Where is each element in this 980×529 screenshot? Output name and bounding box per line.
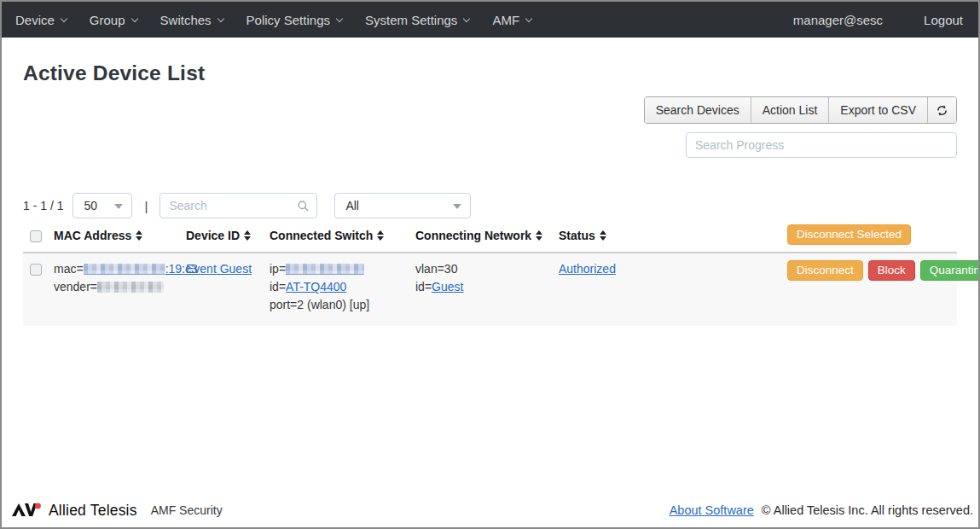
redacted-vender — [97, 282, 164, 293]
mac-address-link[interactable]: :19:c3 — [84, 262, 198, 276]
table-row: mac=:19:c3 vender= Event Guest ip= id=AT… — [23, 253, 957, 326]
main-content: Active Device List Search Devices Action… — [2, 38, 978, 500]
redacted-ip — [286, 264, 364, 275]
app-window: Device Group Switches Policy Settings Sy… — [0, 0, 980, 529]
mac-label: mac= — [54, 262, 84, 276]
logout-link[interactable]: Logout — [924, 13, 963, 27]
cell-connecting-network: vlan=30 id=Guest — [415, 260, 559, 296]
allied-telesis-logo-icon — [12, 502, 43, 519]
nav-item-group[interactable]: Group — [90, 13, 137, 27]
sort-icon — [244, 230, 251, 241]
redacted-mac — [84, 264, 165, 275]
filter-value: All — [345, 199, 359, 212]
search-progress-row — [23, 132, 957, 158]
header-label: MAC Address — [54, 229, 131, 242]
export-csv-button[interactable]: Export to CSV — [828, 97, 927, 123]
quarantine-button[interactable]: Quarantine — [920, 260, 980, 281]
separator: | — [144, 199, 148, 213]
footer: Allied Telesis AMF Security About Softwa… — [2, 500, 978, 527]
caret-down-icon — [453, 204, 461, 209]
network-id-label: id= — [415, 280, 432, 294]
ip-label: ip= — [270, 262, 286, 276]
search-devices-button[interactable]: Search Devices — [645, 97, 751, 123]
nav-item-policy-settings[interactable]: Policy Settings — [246, 13, 342, 27]
table-header-row: MAC Address Device ID Connected Switch C… — [23, 223, 957, 253]
search-icon — [297, 200, 310, 212]
switch-ip-link[interactable] — [286, 262, 364, 276]
header-connected-switch[interactable]: Connected Switch — [270, 229, 415, 242]
header-label: Device ID — [186, 229, 240, 242]
page-size-value: 50 — [84, 199, 97, 212]
copyright-text: © Allied Telesis Inc. All rights reserve… — [762, 503, 973, 517]
disconnect-button[interactable]: Disconnect — [787, 260, 863, 281]
header-device-id[interactable]: Device ID — [186, 229, 270, 242]
network-vlan: vlan=30 — [415, 260, 559, 278]
sort-icon — [136, 230, 142, 241]
refresh-icon — [936, 104, 948, 117]
nav-menu: Device Group Switches Policy Settings Sy… — [15, 13, 531, 27]
toolbar-row: Search Devices Action List Export to CSV — [23, 96, 957, 124]
sort-icon — [377, 230, 384, 241]
sort-icon — [536, 230, 542, 241]
sort-icon — [600, 230, 606, 241]
chevron-down-icon — [61, 15, 67, 21]
about-software-link[interactable]: About Software — [670, 503, 754, 517]
nav-item-label: AMF — [492, 13, 519, 27]
chevron-down-icon — [525, 15, 532, 21]
nav-item-label: Policy Settings — [246, 13, 330, 27]
chevron-down-icon — [463, 15, 470, 21]
table-search-input[interactable] — [159, 193, 317, 218]
chevron-down-icon — [336, 15, 343, 21]
brand: Allied Telesis AMF Security — [12, 502, 223, 520]
header-mac-address[interactable]: MAC Address — [54, 229, 186, 242]
logged-in-user: manager@sesc — [793, 13, 883, 27]
status-link[interactable]: Authorized — [559, 262, 616, 276]
list-controls: 1 - 1 / 1 50 | All — [23, 193, 957, 218]
cell-mac-address: mac=:19:c3 vender= — [54, 260, 186, 296]
toolbar-button-group: Search Devices Action List Export to CSV — [644, 96, 957, 124]
network-id-link[interactable]: Guest — [432, 280, 463, 294]
nav-item-amf[interactable]: AMF — [492, 13, 531, 27]
table-search — [159, 193, 317, 218]
switch-id-link[interactable]: AT-TQ4400 — [286, 280, 346, 294]
cell-actions: Disconnect Block Quarantine — [787, 260, 980, 281]
header-status[interactable]: Status — [559, 229, 787, 242]
header-label: Connecting Network — [415, 229, 531, 242]
refresh-button[interactable] — [927, 97, 956, 123]
row-checkbox[interactable] — [30, 264, 42, 276]
caret-down-icon — [114, 204, 123, 209]
search-progress-input[interactable] — [686, 132, 957, 158]
nav-item-label: Switches — [160, 13, 212, 27]
cell-status: Authorized — [559, 260, 787, 278]
top-navbar: Device Group Switches Policy Settings Sy… — [2, 2, 978, 38]
header-label: Status — [559, 229, 595, 242]
nav-right: manager@sesc Logout — [793, 13, 965, 27]
nav-item-label: System Settings — [365, 13, 457, 27]
nav-item-system-settings[interactable]: System Settings — [365, 13, 469, 27]
select-all-checkbox[interactable] — [30, 230, 42, 242]
cell-device-id: Event Guest — [186, 260, 270, 278]
disconnect-selected-button[interactable]: Disconnect Selected — [787, 224, 911, 245]
block-button[interactable]: Block — [868, 260, 915, 281]
product-name: AMF Security — [151, 503, 223, 517]
brand-name: Allied Telesis — [49, 502, 137, 520]
nav-item-label: Group — [90, 13, 125, 27]
action-list-button[interactable]: Action List — [751, 97, 829, 123]
nav-item-switches[interactable]: Switches — [160, 13, 223, 27]
chevron-down-icon — [217, 15, 223, 21]
cell-connected-switch: ip= id=AT-TQ4400 port=2 (wlan0) [up] — [270, 260, 415, 314]
pagination-range: 1 - 1 / 1 — [23, 199, 63, 212]
header-connecting-network[interactable]: Connecting Network — [415, 229, 559, 242]
switch-id-label: id= — [270, 280, 286, 294]
page-title: Active Device List — [23, 61, 957, 85]
chevron-down-icon — [130, 15, 137, 21]
page-size-select[interactable]: 50 — [72, 193, 132, 218]
footer-right: About Software © Allied Telesis Inc. All… — [670, 503, 973, 517]
header-label: Connected Switch — [270, 229, 373, 242]
vender-label: vender= — [54, 280, 97, 294]
nav-item-device[interactable]: Device — [15, 13, 67, 27]
filter-select[interactable]: All — [334, 193, 471, 218]
nav-item-label: Device — [15, 13, 55, 27]
device-id-link[interactable]: Event Guest — [186, 262, 252, 276]
switch-port: port=2 (wlan0) [up] — [270, 296, 415, 314]
